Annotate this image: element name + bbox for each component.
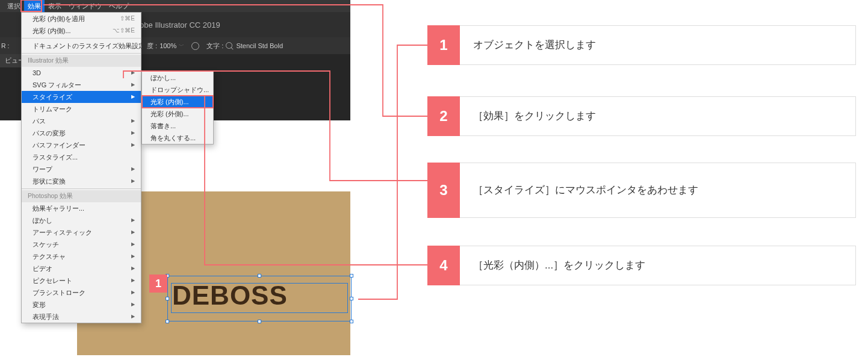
text-object[interactable]: DEBOSS: [172, 281, 347, 317]
step-text: ［スタイライズ］にマウスポインタをあわせます: [460, 163, 856, 218]
effects-menu: 光彩 (内側)を適用 ⇧⌘E 光彩 (内側)... ⌥⇧⌘E ドキュメントのラス…: [21, 12, 141, 323]
menu-section-illustrator: Illustrator 効果: [22, 55, 141, 67]
menu-item-video[interactable]: ビデオ: [22, 262, 141, 275]
menu-separator: [22, 188, 141, 189]
menu-item-sketch[interactable]: スケッチ: [22, 238, 141, 250]
menu-item-svg-filter[interactable]: SVG フィルター: [22, 79, 141, 91]
menu-item-artistic[interactable]: アーティスティック: [22, 226, 141, 238]
menu-effect[interactable]: 効果: [24, 0, 45, 12]
menu-item-path[interactable]: パス: [22, 115, 141, 127]
step-number: 2: [427, 96, 460, 136]
menu-item-apply-inner-glow[interactable]: 光彩 (内側)を適用 ⇧⌘E: [22, 13, 141, 25]
step-number: 1: [427, 25, 460, 65]
menu-item-inner-glow-dialog[interactable]: 光彩 (内側)... ⌥⇧⌘E: [22, 25, 141, 37]
menu-item-3d[interactable]: 3D: [22, 67, 141, 79]
menu-item-distort[interactable]: パスの変形: [22, 127, 141, 139]
text-label: 文字 :: [206, 42, 223, 51]
menu-separator: [22, 53, 141, 54]
menu-separator: [22, 38, 141, 39]
step-1: 1 オブジェクトを選択します: [427, 25, 856, 65]
step-4: 4 ［光彩（内側）...］をクリックします: [427, 246, 856, 285]
step-text: オブジェクトを選択します: [460, 25, 856, 65]
submenu-scribble[interactable]: 落書き...: [142, 120, 213, 132]
submenu-inner-glow[interactable]: 光彩 (内側)...: [142, 96, 213, 108]
menu-item-doc-raster[interactable]: ドキュメントのラスタライズ効果設定...: [22, 40, 141, 52]
menu-view[interactable]: 表示: [45, 0, 65, 12]
stylize-submenu: ぼかし... ドロップシャドウ... 光彩 (内側)... 光彩 (外側)...…: [141, 71, 214, 144]
menu-item-warp[interactable]: ワープ: [22, 163, 141, 175]
submenu-round-corners[interactable]: 角を丸くする...: [142, 132, 213, 144]
stencil-text: DEBOSS: [172, 281, 288, 310]
menu-item-brush[interactable]: ブラシストローク: [22, 287, 141, 299]
shortcut-hint: R :: [0, 41, 15, 51]
step-3: 3 ［スタイライズ］にマウスポインタをあわせます: [427, 163, 856, 218]
step-number: 3: [427, 163, 460, 218]
menu-window[interactable]: ウィンドウ: [65, 0, 105, 12]
menu-item-blur[interactable]: ぼかし: [22, 214, 141, 226]
menu-item-trim-marks[interactable]: トリムマーク: [22, 103, 141, 115]
submenu-outer-glow[interactable]: 光彩 (外側)...: [142, 108, 213, 120]
menu-item-convert-shape[interactable]: 形状に変換: [22, 175, 141, 187]
menu-help[interactable]: ヘルプ: [105, 0, 132, 12]
menu-item-pathfinder[interactable]: パスファインダー: [22, 139, 141, 151]
menu-select[interactable]: 選択: [4, 0, 24, 12]
submenu-drop-shadow[interactable]: ドロップシャドウ...: [142, 84, 213, 96]
menu-item-stylize[interactable]: スタイライズ: [22, 91, 141, 103]
font-name[interactable]: Stencil Std Bold: [236, 42, 283, 49]
opacity-value[interactable]: 100%: [160, 42, 176, 49]
menu-item-stylize-ps[interactable]: 表現手法: [22, 311, 141, 323]
menu-item-distort-ps[interactable]: 変形: [22, 299, 141, 311]
menu-item-effect-gallery[interactable]: 効果ギャラリー...: [22, 202, 141, 214]
menu-item-pixelate[interactable]: ピクセレート: [22, 275, 141, 287]
step-text: ［光彩（内側）...］をクリックします: [460, 246, 856, 285]
menu-item-texture[interactable]: テクスチャ: [22, 250, 141, 262]
submenu-feather[interactable]: ぼかし...: [142, 72, 213, 84]
menu-section-photoshop: Photoshop 効果: [22, 190, 141, 202]
menubar: 選択 効果 表示 ウィンドウ ヘルプ: [0, 0, 350, 12]
step-text: ［効果］をクリックします: [460, 96, 856, 136]
chevron-down-icon[interactable]: ﹀: [179, 42, 184, 50]
search-icon[interactable]: [226, 42, 234, 50]
marker-badge-1: 1: [149, 275, 167, 293]
menu-item-rasterize[interactable]: ラスタライズ...: [22, 151, 141, 163]
globe-icon[interactable]: [191, 42, 199, 50]
step-2: 2 ［効果］をクリックします: [427, 96, 856, 136]
step-number: 4: [427, 246, 460, 285]
